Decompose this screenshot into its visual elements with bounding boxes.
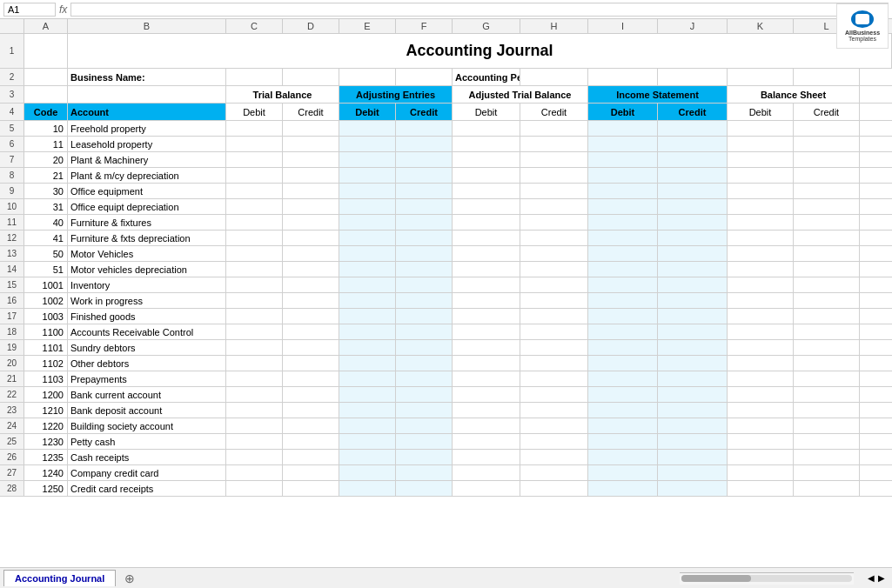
col-header-g[interactable]: G bbox=[453, 19, 520, 33]
cell-h16[interactable] bbox=[520, 293, 588, 308]
col-header-d[interactable]: D bbox=[283, 19, 339, 33]
cell-h26[interactable] bbox=[520, 450, 588, 464]
col-header-j[interactable]: J bbox=[658, 19, 728, 33]
cell-j25[interactable] bbox=[658, 434, 728, 449]
cell-c16[interactable] bbox=[226, 293, 283, 308]
cell-code-11[interactable]: 40 bbox=[24, 215, 68, 230]
cell-j20[interactable] bbox=[658, 356, 728, 371]
cell-d28[interactable] bbox=[283, 481, 339, 496]
scroll-left-icon[interactable]: ◀ bbox=[868, 573, 875, 583]
cell-l6[interactable] bbox=[794, 137, 860, 151]
cell-e16[interactable] bbox=[339, 293, 396, 308]
cell-account-9[interactable]: Office equipment bbox=[68, 184, 226, 198]
cell-code-21[interactable]: 1103 bbox=[24, 371, 68, 386]
cell-l26[interactable] bbox=[794, 450, 860, 464]
cell-code-25[interactable]: 1230 bbox=[24, 434, 68, 449]
cell-f28[interactable] bbox=[396, 481, 453, 496]
cell-account-15[interactable]: Inventory bbox=[68, 277, 226, 292]
cell-j10[interactable] bbox=[658, 199, 728, 214]
cell-d25[interactable] bbox=[283, 434, 339, 449]
cell-j18[interactable] bbox=[658, 324, 728, 339]
col-header-a[interactable]: A bbox=[24, 19, 68, 33]
cell-f25[interactable] bbox=[396, 434, 453, 449]
cell-h9[interactable] bbox=[520, 184, 588, 198]
cell-account-17[interactable]: Finished goods bbox=[68, 309, 226, 324]
cell-i18[interactable] bbox=[588, 324, 658, 339]
cell-g5[interactable] bbox=[453, 121, 520, 136]
cell-d21[interactable] bbox=[283, 371, 339, 386]
cell-k28[interactable] bbox=[728, 481, 794, 496]
cell-j6[interactable] bbox=[658, 137, 728, 151]
cell-h13[interactable] bbox=[520, 246, 588, 261]
cell-code-24[interactable]: 1220 bbox=[24, 418, 68, 433]
cell-e25[interactable] bbox=[339, 434, 396, 449]
cell-c5[interactable] bbox=[226, 121, 283, 136]
cell-i13[interactable] bbox=[588, 246, 658, 261]
cell-f5[interactable] bbox=[396, 121, 453, 136]
cell-h25[interactable] bbox=[520, 434, 588, 449]
cell-d9[interactable] bbox=[283, 184, 339, 198]
cell-g17[interactable] bbox=[453, 309, 520, 324]
cell-g27[interactable] bbox=[453, 465, 520, 480]
cell-d7[interactable] bbox=[283, 152, 339, 167]
cell-l11[interactable] bbox=[794, 215, 860, 230]
cell-d5[interactable] bbox=[283, 121, 339, 136]
cell-e26[interactable] bbox=[339, 450, 396, 464]
cell-d13[interactable] bbox=[283, 246, 339, 261]
cell-account-7[interactable]: Plant & Machinery bbox=[68, 152, 226, 167]
cell-h10[interactable] bbox=[520, 199, 588, 214]
cell-l27[interactable] bbox=[794, 465, 860, 480]
cell-g19[interactable] bbox=[453, 340, 520, 355]
cell-l15[interactable] bbox=[794, 277, 860, 292]
cell-e9[interactable] bbox=[339, 184, 396, 198]
cell-g15[interactable] bbox=[453, 277, 520, 292]
cell-i19[interactable] bbox=[588, 340, 658, 355]
cell-account-6[interactable]: Leasehold property bbox=[68, 137, 226, 151]
cell-g16[interactable] bbox=[453, 293, 520, 308]
cell-d19[interactable] bbox=[283, 340, 339, 355]
cell-g13[interactable] bbox=[453, 246, 520, 261]
cell-l22[interactable] bbox=[794, 387, 860, 402]
cell-f11[interactable] bbox=[396, 215, 453, 230]
cell-j24[interactable] bbox=[658, 418, 728, 433]
cell-j15[interactable] bbox=[658, 277, 728, 292]
cell-g14[interactable] bbox=[453, 262, 520, 277]
cell-e5[interactable] bbox=[339, 121, 396, 136]
cell-code-27[interactable]: 1240 bbox=[24, 465, 68, 480]
cell-account-13[interactable]: Motor Vehicles bbox=[68, 246, 226, 261]
cell-c8[interactable] bbox=[226, 168, 283, 183]
cell-g10[interactable] bbox=[453, 199, 520, 214]
cell-account-16[interactable]: Work in progress bbox=[68, 293, 226, 308]
cell-k17[interactable] bbox=[728, 309, 794, 324]
cell-account-19[interactable]: Sundry debtors bbox=[68, 340, 226, 355]
cell-i7[interactable] bbox=[588, 152, 658, 167]
cell-g18[interactable] bbox=[453, 324, 520, 339]
cell-i11[interactable] bbox=[588, 215, 658, 230]
cell-k27[interactable] bbox=[728, 465, 794, 480]
cell-k5[interactable] bbox=[728, 121, 794, 136]
cell-e15[interactable] bbox=[339, 277, 396, 292]
cell-k21[interactable] bbox=[728, 371, 794, 386]
cell-l25[interactable] bbox=[794, 434, 860, 449]
scroll-right-icon[interactable]: ▶ bbox=[878, 573, 885, 583]
cell-l12[interactable] bbox=[794, 231, 860, 245]
cell-l24[interactable] bbox=[794, 418, 860, 433]
cell-k2[interactable] bbox=[728, 69, 794, 85]
cell-d27[interactable] bbox=[283, 465, 339, 480]
cell-h11[interactable] bbox=[520, 215, 588, 230]
cell-c20[interactable] bbox=[226, 356, 283, 371]
cell-l9[interactable] bbox=[794, 184, 860, 198]
cell-f16[interactable] bbox=[396, 293, 453, 308]
col-header-f[interactable]: F bbox=[396, 19, 453, 33]
cell-code-14[interactable]: 51 bbox=[24, 262, 68, 277]
cell-a3[interactable] bbox=[24, 86, 68, 103]
cell-f26[interactable] bbox=[396, 450, 453, 464]
cell-l13[interactable] bbox=[794, 246, 860, 261]
cell-g20[interactable] bbox=[453, 356, 520, 371]
cell-i21[interactable] bbox=[588, 371, 658, 386]
col-header-e[interactable]: E bbox=[339, 19, 396, 33]
cell-g12[interactable] bbox=[453, 231, 520, 245]
cell-k19[interactable] bbox=[728, 340, 794, 355]
cell-e17[interactable] bbox=[339, 309, 396, 324]
col-header-i[interactable]: I bbox=[588, 19, 658, 33]
